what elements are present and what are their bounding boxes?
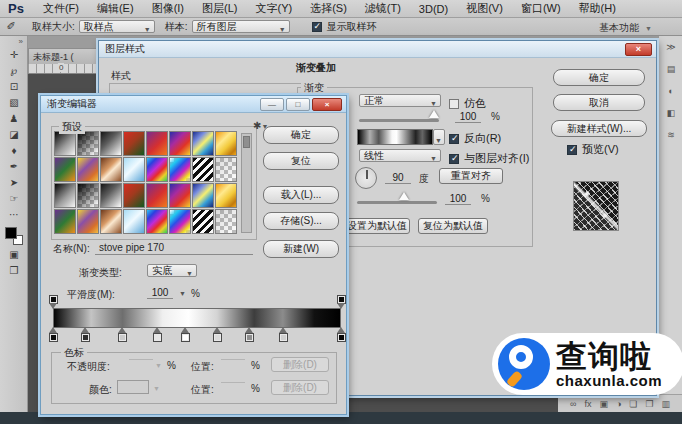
opacity-value[interactable]: 100 <box>455 111 481 123</box>
workspace-switcher[interactable]: 基本功能▼ <box>599 21 652 35</box>
stop-color-swatch[interactable] <box>117 380 149 394</box>
gradient-preset-foreground-to-transparent[interactable] <box>77 183 99 208</box>
gradient-preset-spectrum[interactable] <box>146 157 168 182</box>
gradient-preset-black-white[interactable] <box>100 131 122 156</box>
close-button[interactable]: × <box>312 98 342 111</box>
sample-dropdown[interactable]: 所有图层▼ <box>192 20 290 33</box>
opacity-slider-thumb[interactable] <box>429 110 439 118</box>
new-layer-icon[interactable]: ❐ <box>645 399 653 409</box>
angle-dial[interactable] <box>355 167 377 189</box>
gradient-style-dropdown[interactable]: 线性▼ <box>359 149 441 162</box>
layer-group-icon[interactable]: ❏ <box>629 399 637 409</box>
dock-panel-icon-1[interactable]: ▤ <box>659 58 682 80</box>
gradient-preset-yellow-violet-orange[interactable] <box>77 157 99 182</box>
gradient-type-dropdown[interactable]: 实底▼ <box>147 264 197 277</box>
quick-mask-icon[interactable]: ▣ <box>0 247 28 263</box>
gradient-preset-red-green[interactable] <box>123 131 145 156</box>
color-stop-4[interactable] <box>180 330 191 341</box>
screen-mode-icon[interactable]: ❐ <box>0 263 28 279</box>
gradient-preset-copper[interactable] <box>100 209 122 234</box>
gradient-preset-foreground-to-transparent[interactable] <box>77 131 99 156</box>
scale-slider-thumb[interactable] <box>399 192 409 200</box>
eraser-tool[interactable]: ◪ <box>0 127 28 143</box>
delete-color-stop-button[interactable]: 删除(D) <box>271 380 329 395</box>
load-button[interactable]: 载入(L)... <box>263 186 339 204</box>
opacity-stop-1[interactable] <box>336 295 347 306</box>
gradient-preset-bw-stripes[interactable] <box>192 209 214 234</box>
adjustment-layer-icon[interactable]: ◑ <box>616 399 621 409</box>
blend-mode-dropdown[interactable]: 正常▼ <box>359 94 441 107</box>
gradient-editor-titlebar[interactable]: 渐变编辑器 —□× <box>41 96 346 113</box>
menu-image[interactable]: 图像(I) <box>143 1 193 16</box>
gradient-preset-blue-red-yellow[interactable] <box>169 131 191 156</box>
close-icon[interactable]: × <box>625 43 652 56</box>
dock-panel-icon-3[interactable]: ◧ <box>659 102 682 124</box>
gradient-preset-violet-red-orange[interactable] <box>146 183 168 208</box>
scale-value[interactable]: 100 <box>445 193 471 205</box>
save-button[interactable]: 存储(S)... <box>263 212 339 230</box>
gradient-preset-rainbow-transparent[interactable] <box>169 209 191 234</box>
menu-3d[interactable]: 3D(D) <box>410 3 457 15</box>
new-style-button[interactable]: 新建样式(W)... <box>551 120 647 137</box>
reset-default-button[interactable]: 复位为默认值 <box>418 218 488 234</box>
set-default-button[interactable]: 设置为默认值 <box>344 218 410 234</box>
new-gradient-button[interactable]: 新建(W) <box>263 240 339 258</box>
color-stop-5[interactable] <box>212 330 223 341</box>
show-ring-checkbox[interactable] <box>312 22 322 32</box>
opacity-slider[interactable] <box>359 119 439 122</box>
hand-tool[interactable]: ☞ <box>0 191 28 207</box>
gradient-preset-copper[interactable] <box>100 157 122 182</box>
ok-button[interactable]: 确定 <box>553 69 645 86</box>
reverse-checkbox[interactable] <box>449 134 459 144</box>
name-input[interactable]: stove pipe 170 <box>99 242 164 253</box>
minimize-button[interactable]: — <box>260 98 284 111</box>
menu-edit[interactable]: 编辑(E) <box>88 1 143 16</box>
menu-help[interactable]: 帮助(H) <box>570 1 625 16</box>
gradient-preset-blue-yellow-blue[interactable] <box>192 131 214 156</box>
dock-collapse-icon[interactable]: ≫ <box>659 36 682 58</box>
presets-scrollbar[interactable] <box>241 133 252 233</box>
gradient-preset-red-green[interactable] <box>123 183 145 208</box>
gradient-preset-rainbow-transparent[interactable] <box>169 157 191 182</box>
opacity-stop-0[interactable] <box>48 295 59 306</box>
gradient-preset-pastel-blue[interactable] <box>123 209 145 234</box>
move-tool[interactable]: ✛ <box>0 47 28 63</box>
preview-checkbox[interactable] <box>567 145 577 155</box>
color-stop-7[interactable] <box>278 330 289 341</box>
eyedropper-icon[interactable]: ✐ <box>0 20 22 33</box>
gradient-picker-arrow[interactable]: ▼ <box>433 129 445 145</box>
layer-style-titlebar[interactable]: 图层样式 × <box>99 41 656 58</box>
menu-view[interactable]: 视图(V) <box>457 1 512 16</box>
lasso-tool[interactable]: ℘ <box>0 63 28 79</box>
more-tools[interactable]: ⋯ <box>0 207 28 223</box>
menu-layer[interactable]: 图层(L) <box>193 1 246 16</box>
gradient-preset-spectrum[interactable] <box>146 209 168 234</box>
color-stop-1[interactable] <box>80 330 91 341</box>
menu-file[interactable]: 文件(F) <box>34 1 88 16</box>
gradient-preset-bw-stripes[interactable] <box>192 157 214 182</box>
menu-window[interactable]: 窗口(W) <box>512 1 570 16</box>
pen-tool[interactable]: ✒ <box>0 159 28 175</box>
color-stop-6[interactable] <box>244 330 255 341</box>
delete-layer-icon[interactable]: ▥ <box>662 399 671 409</box>
gradient-preset-violet-green-orange[interactable] <box>54 157 76 182</box>
gradient-preset-gold[interactable] <box>215 131 237 156</box>
angle-value[interactable]: 90 <box>385 172 411 184</box>
dither-checkbox[interactable] <box>449 99 459 109</box>
ge-ok-button[interactable]: 确定 <box>263 126 339 144</box>
foreground-color-swatch[interactable] <box>5 227 17 239</box>
color-swatches[interactable] <box>5 227 23 245</box>
gradient-preset-black-white[interactable] <box>100 183 122 208</box>
link-layers-icon[interactable]: ∞ <box>570 399 576 409</box>
color-stop-2[interactable] <box>117 330 128 341</box>
dock-panel-icon-2[interactable]: ◐ <box>659 80 682 102</box>
gradient-preset-blue-yellow-blue[interactable] <box>192 183 214 208</box>
gradient-bar[interactable] <box>53 308 341 328</box>
maximize-button[interactable]: □ <box>286 98 310 111</box>
scale-slider[interactable] <box>357 201 437 204</box>
layer-mask-icon[interactable]: ▣ <box>599 399 608 409</box>
color-stop-3[interactable] <box>152 330 163 341</box>
menu-filter[interactable]: 滤镜(T) <box>356 1 410 16</box>
gradient-preview[interactable] <box>357 129 433 145</box>
dock-panel-icon-4[interactable]: ≋ <box>659 124 682 146</box>
